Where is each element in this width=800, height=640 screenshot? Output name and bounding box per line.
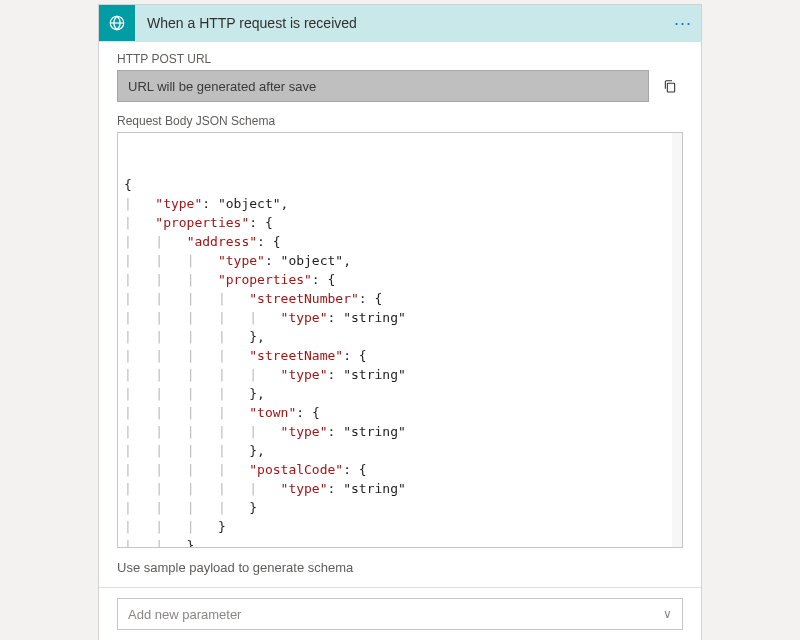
svg-rect-1 [667, 83, 674, 92]
add-parameter-placeholder: Add new parameter [128, 607, 241, 622]
card-menu-button[interactable]: ··· [665, 13, 701, 34]
add-parameter-dropdown[interactable]: Add new parameter ∨ [117, 598, 683, 630]
http-url-field: URL will be generated after save [117, 70, 649, 102]
card-title: When a HTTP request is received [135, 15, 665, 31]
divider [99, 587, 701, 588]
chevron-down-icon: ∨ [663, 607, 672, 621]
add-parameter-section: Add new parameter ∨ [99, 598, 701, 630]
use-sample-payload-link[interactable]: Use sample payload to generate schema [117, 560, 683, 575]
card-header[interactable]: When a HTTP request is received ··· [99, 5, 701, 42]
schema-code[interactable]: { | "type": "object", | "properties": { … [120, 173, 680, 548]
copy-url-button[interactable] [657, 73, 683, 99]
trigger-card: When a HTTP request is received ··· HTTP… [98, 4, 702, 640]
http-url-value: URL will be generated after save [128, 79, 316, 94]
http-trigger-icon [99, 5, 135, 41]
http-url-row: URL will be generated after save [117, 70, 683, 102]
schema-editor[interactable]: { | "type": "object", | "properties": { … [117, 132, 683, 548]
schema-label: Request Body JSON Schema [117, 114, 683, 128]
card-body: HTTP POST URL URL will be generated afte… [99, 42, 701, 640]
http-url-label: HTTP POST URL [117, 52, 683, 66]
copy-icon [662, 78, 678, 94]
